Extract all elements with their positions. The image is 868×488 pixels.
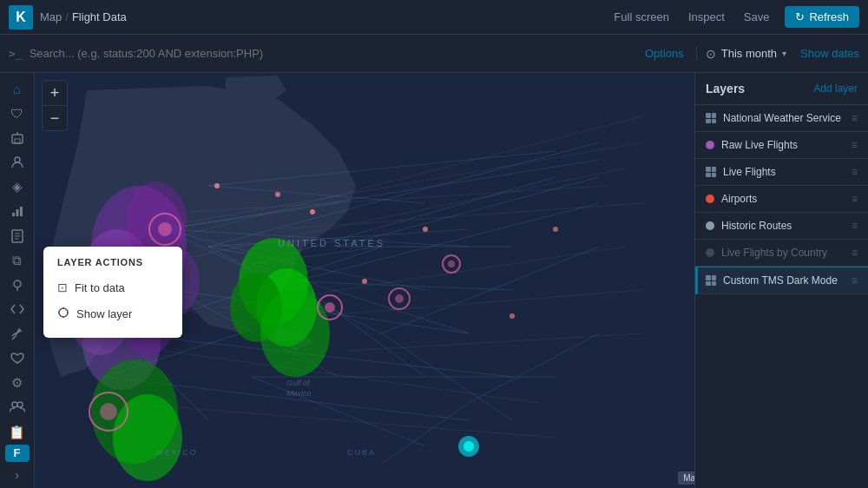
sidebar-item-person[interactable] xyxy=(2,151,33,174)
svg-point-72 xyxy=(158,222,172,236)
searchbar: >_ Options ⊙ This month ▾ Show dates xyxy=(0,35,868,73)
map-zoom-controls: + − xyxy=(42,80,68,131)
sidebar-item-users[interactable] xyxy=(2,396,33,419)
sidebar-item-building[interactable] xyxy=(2,127,33,149)
svg-point-13 xyxy=(12,402,17,407)
zoom-in-button[interactable]: + xyxy=(43,81,67,105)
live-flights-layer[interactable]: Live Flights ≡ xyxy=(695,159,868,186)
time-filter: ⊙ This month ▾ xyxy=(696,47,786,61)
inspect-button[interactable]: Inspect xyxy=(685,9,728,25)
svg-text:Mexico: Mexico xyxy=(286,389,312,398)
svg-point-3 xyxy=(15,157,20,162)
raw-live-flights-layer[interactable]: Raw Live Flights ≡ xyxy=(695,132,868,159)
show-dates-button[interactable]: Show dates xyxy=(800,47,859,60)
svg-point-87 xyxy=(275,192,280,197)
sidebar-item-gear[interactable]: ⚙ xyxy=(2,372,33,394)
layer-actions-title: LAYER ACTIONS xyxy=(43,257,182,274)
layers-title: Layers xyxy=(706,82,745,96)
layer-drag-handle[interactable]: ≡ xyxy=(852,166,858,178)
add-layer-button[interactable]: Add layer xyxy=(813,82,858,95)
svg-point-83 xyxy=(214,183,220,188)
live-flights-by-country-layer[interactable]: Live Flights by Country ≡ xyxy=(695,240,868,267)
time-chevron-icon[interactable]: ▾ xyxy=(782,49,786,58)
svg-point-74 xyxy=(100,403,117,420)
sidebar-item-doc[interactable] xyxy=(2,225,33,247)
svg-text:CUBA: CUBA xyxy=(347,448,376,457)
save-button[interactable]: Save xyxy=(740,9,773,25)
layer-drag-handle[interactable]: ≡ xyxy=(852,247,858,259)
svg-point-14 xyxy=(17,402,23,407)
fit-to-data-label: Fit to data xyxy=(75,281,125,294)
svg-point-76 xyxy=(325,302,335,313)
national-weather-service-layer[interactable]: National Weather Service ≡ xyxy=(695,105,868,132)
show-layer-item[interactable]: Show layer xyxy=(43,300,182,327)
custom-tms-dark-mode-layer[interactable]: Custom TMS Dark Mode ≡ xyxy=(695,267,868,294)
breadcrumb: Map / Flight Data xyxy=(40,10,127,23)
layer-actions-popup: LAYER ACTIONS ⊡ Fit to data Show layer xyxy=(43,247,182,338)
breadcrumb-current: Flight Data xyxy=(72,10,127,23)
svg-point-80 xyxy=(448,260,455,267)
svg-rect-6 xyxy=(20,207,23,216)
sidebar-item-heart[interactable] xyxy=(2,347,33,370)
sidebar-item-file[interactable]: 📋 xyxy=(2,421,33,444)
svg-point-82 xyxy=(464,441,474,452)
svg-point-84 xyxy=(310,209,315,214)
layer-label: Custom TMS Dark Mode xyxy=(723,274,845,287)
svg-point-11 xyxy=(14,280,21,287)
historic-routes-layer[interactable]: Historic Routes ≡ xyxy=(695,213,868,240)
svg-point-70 xyxy=(113,394,182,481)
svg-text:Gulf of: Gulf of xyxy=(286,379,311,387)
topbar-actions: Full screen Inspect Save ↻ Refresh xyxy=(610,6,859,28)
fit-to-data-item[interactable]: ⊡ Fit to data xyxy=(43,274,182,300)
time-icon: ⊙ xyxy=(706,47,716,61)
layer-label: Live Flights xyxy=(723,166,845,178)
svg-point-95 xyxy=(59,308,68,317)
layer-drag-handle[interactable]: ≡ xyxy=(852,274,858,287)
left-sidebar: ⌂ 🛡 ◈ ⧉ ⚙ 📋 xyxy=(0,73,35,488)
layer-label: National Weather Service xyxy=(723,112,845,124)
sidebar-item-shield[interactable]: 🛡 xyxy=(2,102,33,124)
sidebar-item-home[interactable]: ⌂ xyxy=(2,77,33,100)
sidebar-item-chart[interactable] xyxy=(2,200,33,222)
fullscreen-button[interactable]: Full screen xyxy=(610,9,673,25)
svg-point-78 xyxy=(395,294,404,303)
layer-label: Historic Routes xyxy=(721,220,845,232)
time-label: This month xyxy=(721,47,777,60)
sidebar-item-network[interactable]: ◈ xyxy=(2,175,33,198)
user-avatar[interactable]: F xyxy=(5,445,30,462)
breadcrumb-separator: / xyxy=(65,10,69,23)
airports-layer[interactable]: Airports ≡ xyxy=(695,186,868,213)
layer-drag-handle[interactable]: ≡ xyxy=(852,112,858,124)
layer-drag-handle[interactable]: ≡ xyxy=(852,220,858,232)
layer-dot-icon xyxy=(706,141,714,149)
breadcrumb-map[interactable]: Map xyxy=(40,10,62,23)
svg-rect-5 xyxy=(16,209,18,216)
zoom-out-button[interactable]: − xyxy=(43,106,67,130)
layer-dot-icon xyxy=(706,248,714,257)
layer-label: Live Flights by Country xyxy=(721,247,845,259)
layers-panel: Layers Add layer National Weather Servic… xyxy=(694,73,868,488)
search-input[interactable] xyxy=(30,47,633,60)
refresh-button[interactable]: ↻ Refresh xyxy=(785,6,859,28)
fit-to-data-icon: ⊡ xyxy=(57,280,68,294)
layer-dot-icon xyxy=(706,195,714,203)
layer-drag-handle[interactable]: ≡ xyxy=(852,139,858,151)
logo[interactable]: K xyxy=(9,5,33,30)
search-prefix: >_ xyxy=(9,47,23,60)
svg-point-86 xyxy=(362,279,367,284)
sidebar-item-code[interactable] xyxy=(2,298,33,320)
main-layout: ⌂ 🛡 ◈ ⧉ ⚙ 📋 xyxy=(0,73,868,488)
svg-rect-4 xyxy=(12,213,15,216)
svg-point-88 xyxy=(553,227,558,232)
svg-point-89 xyxy=(510,313,515,319)
sidebar-item-tools[interactable] xyxy=(2,323,33,346)
sidebar-item-layers[interactable]: ⧉ xyxy=(2,249,33,272)
refresh-label: Refresh xyxy=(809,10,849,23)
layer-drag-handle[interactable]: ≡ xyxy=(852,193,858,205)
sidebar-collapse-arrow[interactable]: › xyxy=(2,465,33,485)
layers-header: Layers Add layer xyxy=(695,73,868,105)
layer-label: Airports xyxy=(721,193,845,205)
sidebar-item-pin[interactable] xyxy=(2,274,33,296)
svg-point-85 xyxy=(423,227,428,232)
options-button[interactable]: Options xyxy=(640,45,689,62)
